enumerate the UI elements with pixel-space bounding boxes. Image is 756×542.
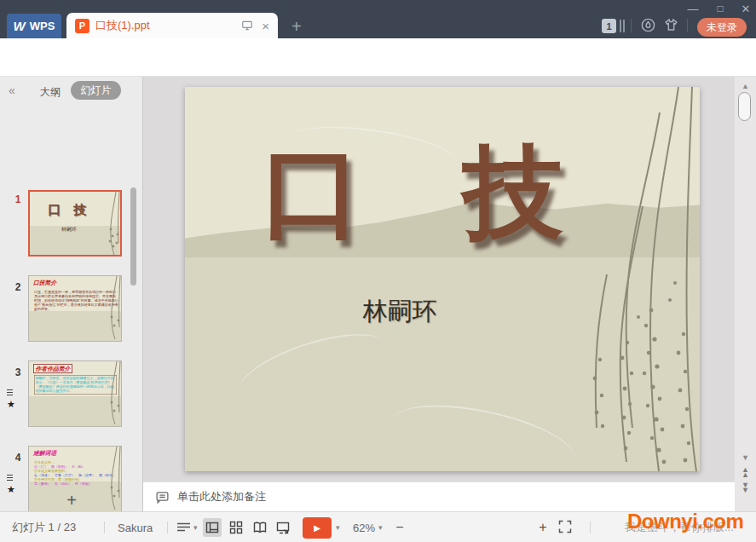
slide-3-animation-indicator[interactable]: ★	[7, 389, 27, 396]
slide-panel: « 大纲 幻灯片 1 口 技 林嗣环 2 口技简介 口技，它属杂技的一种，是我国…	[0, 77, 143, 511]
wps-logo-icon: W	[14, 19, 26, 33]
presentation-monitor-icon[interactable]	[241, 20, 253, 32]
tab-outline[interactable]: 大纲	[40, 85, 61, 100]
zoom-out-button[interactable]: −	[390, 517, 409, 538]
current-slide[interactable]: 口 技 林嗣环	[185, 87, 700, 471]
notes-placeholder: 单击此处添加备注	[177, 489, 266, 505]
normal-view-icon	[205, 521, 219, 534]
titlebar-divider	[631, 19, 632, 32]
window-minimize-button[interactable]: —	[682, 3, 704, 15]
zoom-level-caret-icon[interactable]: ▾	[378, 512, 383, 542]
thumb2-title: 口技简介	[33, 279, 56, 286]
play-icon: ▶	[314, 523, 320, 533]
document-tab-title: 口技(1).ppt	[95, 18, 241, 33]
slideshow-view-icon	[276, 521, 290, 534]
titlebar-divider	[687, 19, 688, 32]
play-options-caret-icon[interactable]: ▾	[336, 512, 340, 542]
thumb1-title: 口 技	[30, 202, 108, 218]
fit-to-window-button[interactable]	[558, 520, 572, 533]
login-button[interactable]: 未登录	[697, 18, 747, 37]
play-slideshow-button[interactable]: ▶	[303, 517, 332, 539]
slide-subtitle[interactable]: 林嗣环	[185, 295, 615, 329]
statusbar-divider	[167, 522, 168, 533]
slideshow-view-button[interactable]	[274, 518, 292, 537]
notes-options-button[interactable]: ▾	[177, 512, 198, 542]
editing-canvas: 口 技 林嗣环	[143, 77, 756, 481]
next-slide-button[interactable]: ▼ ▼	[735, 482, 756, 493]
titlebar: W WPS P 口技(1).ppt × + — □ ✕ 1 未登录	[0, 0, 756, 38]
wps-menu-button[interactable]: W WPS	[7, 14, 61, 38]
tab-close-icon[interactable]: ×	[262, 20, 269, 32]
scroll-down-icon[interactable]: ▼	[735, 453, 756, 462]
statusbar-divider	[104, 522, 105, 533]
statusbar-divider	[590, 522, 591, 533]
slide-thumbnail-2[interactable]: 口技简介 口技，它属杂技的一种，是我国很早就流行的一种由演员运用口腔发声来摹拟各…	[28, 275, 122, 342]
new-tab-button[interactable]: +	[291, 17, 302, 37]
animation-star-icon: ★	[7, 389, 15, 419]
willow-decoration-icon	[104, 276, 121, 339]
scroll-up-icon[interactable]: ▲	[735, 82, 756, 90]
zoom-in-button[interactable]: +	[534, 517, 552, 538]
wps-hotspot-icon[interactable]	[640, 17, 656, 33]
zoom-level[interactable]: 62%	[353, 512, 375, 542]
slide-thumbnail-1[interactable]: 口 技 林嗣环	[28, 190, 122, 257]
scrollbar-thumb[interactable]	[738, 92, 751, 121]
slide-sorter-view-button[interactable]	[227, 518, 245, 537]
theme-name[interactable]: Sakura	[118, 512, 153, 542]
reading-view-icon	[253, 521, 267, 534]
wps-logo-text: WPS	[30, 20, 55, 32]
willow-decoration-icon	[103, 192, 120, 255]
notes-bar[interactable]: 单击此处添加备注	[143, 481, 735, 511]
thumb4-title: 难解词语	[33, 449, 56, 457]
slide-title[interactable]: 口 技	[185, 131, 640, 252]
tab-slides[interactable]: 幻灯片	[71, 81, 121, 100]
reading-view-button[interactable]	[251, 518, 269, 537]
display-options-icon	[177, 522, 191, 533]
slide-thumbnail-3[interactable]: 作者作品简介 林嗣环，字铁崖，明末清初福建晋江人，清顺治年间进士。《口技》一文选…	[28, 360, 122, 427]
window-close-button[interactable]: ✕	[735, 3, 756, 15]
fit-screen-icon	[558, 520, 572, 533]
window-manager-badge[interactable]: 1	[602, 19, 616, 33]
add-slide-button[interactable]: +	[0, 490, 143, 511]
downyi-watermark: Downyi.com	[627, 510, 743, 533]
thumb1-subtitle: 林嗣环	[30, 226, 108, 234]
wps-presentation-window: W WPS P 口技(1).ppt × + — □ ✕ 1 未登录	[0, 0, 756, 542]
main-scrollbar: ▲ ▼ ▲ ▲ ▼ ▼	[735, 77, 756, 511]
slide-sorter-icon	[229, 521, 243, 534]
window-maximize-button[interactable]: □	[709, 3, 731, 14]
sidebar-scrollbar-thumb[interactable]	[130, 187, 136, 285]
slide-4-animation-indicator[interactable]: ★	[7, 474, 27, 481]
slide-4-number: 4	[10, 452, 26, 464]
ribbon-bar: 文件 ⌄ ⌄ 开始 插入 设计 切换 动画 幻灯片放映 审 ›	[0, 38, 756, 77]
slide-2-number: 2	[10, 281, 26, 293]
previous-slide-button[interactable]: ▲ ▲	[735, 467, 756, 477]
window-stack-icon	[620, 20, 625, 32]
slide-3-number: 3	[10, 366, 26, 378]
skin-center-icon[interactable]	[663, 17, 679, 33]
document-tab[interactable]: P 口技(1).ppt ×	[66, 13, 278, 38]
notes-icon	[155, 490, 170, 505]
thumb3-title: 作者作品简介	[33, 364, 72, 373]
collapse-panel-icon[interactable]: «	[9, 84, 15, 97]
willow-decoration-icon	[104, 361, 121, 424]
normal-view-button[interactable]	[203, 518, 222, 537]
slide-counter: 幻灯片 1 / 23	[12, 512, 76, 542]
slide-1-number: 1	[10, 193, 26, 205]
ppt-file-icon: P	[75, 19, 89, 33]
